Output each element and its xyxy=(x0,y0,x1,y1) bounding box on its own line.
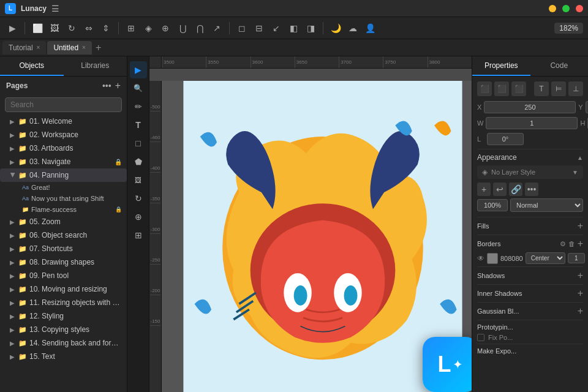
add-blur-button[interactable]: + xyxy=(578,306,583,317)
minimize-button[interactable] xyxy=(549,5,556,12)
list-item[interactable]: ▶ 📁 11. Resizing objects with keys xyxy=(0,296,127,309)
fix-position-row: Fix Po... xyxy=(477,334,583,341)
gaussian-blur-section: Gaussian Bl... + xyxy=(477,302,583,320)
zoom-level[interactable]: 182% xyxy=(554,23,583,34)
list-item[interactable]: ▶ 📁 09. Pen tool xyxy=(0,269,127,282)
list-item[interactable]: ▶ 📁 04. Panning xyxy=(0,168,127,182)
list-item[interactable]: ▶ 📁 08. Drawing shapes xyxy=(0,255,127,269)
toolbar-cloud[interactable]: ☁ xyxy=(345,21,360,36)
blend-mode-select[interactable]: Normal Multiply Screen Overlay xyxy=(510,198,583,212)
toolbar-dark[interactable]: 🌙 xyxy=(328,21,343,36)
tab-tutorial[interactable]: Tutorial × xyxy=(2,41,46,55)
x-input[interactable] xyxy=(484,101,576,113)
hamburger-icon[interactable]: ☰ xyxy=(51,4,59,13)
toolbar-grid[interactable]: ⊞ xyxy=(124,21,138,36)
pen-tool-button[interactable]: ✏ xyxy=(130,98,147,115)
toolbar-send[interactable]: ↗ xyxy=(209,21,224,36)
align-right-button[interactable]: ⬛ xyxy=(511,81,526,96)
toolbar-component[interactable]: ◈ xyxy=(141,21,156,36)
list-item[interactable]: ▶ 📁 03. Navigate 🔒 xyxy=(0,155,127,168)
list-item[interactable]: ▶ 📁 02. Workspace xyxy=(0,128,127,141)
toolbar-lib4[interactable]: ◧ xyxy=(286,21,301,36)
toolbar-flip-v[interactable]: ⇕ xyxy=(99,21,113,36)
add-shadow-button[interactable]: + xyxy=(578,270,583,281)
component-tool-button[interactable]: ⊕ xyxy=(130,208,147,225)
undo-style-button[interactable]: ↩ xyxy=(493,183,507,196)
list-item[interactable]: ▶ 📁 07. Shortcuts xyxy=(0,242,127,255)
select-tool-button[interactable]: ▶ xyxy=(130,61,147,78)
tab-properties[interactable]: Properties xyxy=(472,56,530,76)
list-item[interactable]: 📁 Flame-success 🔒 xyxy=(0,204,127,215)
image-tool-button[interactable]: 🖼 xyxy=(130,172,147,189)
list-item[interactable]: ▶ 📁 05. Zoom xyxy=(0,215,127,228)
maximize-button[interactable] xyxy=(562,5,570,12)
grid-tool-button[interactable]: ⊞ xyxy=(130,227,147,244)
rectangle-tool-button[interactable]: □ xyxy=(130,135,147,152)
tab-code[interactable]: Code xyxy=(530,56,589,76)
toolbar-lib5[interactable]: ◨ xyxy=(303,21,318,36)
search-input[interactable] xyxy=(5,97,122,112)
align-center-h-button[interactable]: ⬛ xyxy=(494,81,509,96)
toolbar-subtract[interactable]: ⋂ xyxy=(192,21,207,36)
rotation-input[interactable] xyxy=(487,133,524,145)
align-left-button[interactable]: ⬛ xyxy=(477,81,492,96)
align-top-button[interactable]: T xyxy=(534,81,549,96)
list-item[interactable]: ▶ 📁 15. Text xyxy=(0,350,127,363)
list-item[interactable]: ▶ 📁 10. Moving and resizing xyxy=(0,282,127,296)
more-style-button[interactable]: ••• xyxy=(525,183,538,196)
tab-add-button[interactable]: + xyxy=(93,42,104,53)
tab-untitled[interactable]: Untitled × xyxy=(47,41,92,55)
toolbar-union[interactable]: ⋃ xyxy=(175,21,190,36)
list-item[interactable]: Aa Now you that using Shift xyxy=(0,193,127,204)
list-item[interactable]: ▶ 📁 12. Styling xyxy=(0,309,127,323)
pages-add-button[interactable]: + xyxy=(115,80,121,91)
opacity-input[interactable] xyxy=(477,199,508,211)
layer-style-row[interactable]: ◈ No Layer Style ▼ xyxy=(477,165,583,179)
add-inner-shadow-button[interactable]: + xyxy=(578,288,583,299)
w-input[interactable] xyxy=(486,117,578,129)
align-center-v-button[interactable]: ⊨ xyxy=(551,81,566,96)
toolbar-rotate[interactable]: ↻ xyxy=(64,21,79,36)
link-style-button[interactable]: 🔗 xyxy=(509,183,522,196)
add-style-button[interactable]: + xyxy=(477,183,491,196)
list-item[interactable]: Aa Great! xyxy=(0,182,127,193)
toolbar-image[interactable]: 🖼 xyxy=(47,21,62,36)
toolbar-frame[interactable]: ⬜ xyxy=(30,21,45,36)
toolbar-flip-h[interactable]: ⇔ xyxy=(81,21,96,36)
tab-tutorial-close[interactable]: × xyxy=(37,44,40,51)
border-visibility-icon[interactable]: 👁 xyxy=(477,254,484,263)
toolbar-user[interactable]: 👤 xyxy=(363,21,377,36)
tab-untitled-close[interactable]: × xyxy=(82,44,86,51)
border-width-input[interactable] xyxy=(568,253,585,263)
add-border-button[interactable]: + xyxy=(578,238,583,249)
border-settings-icon[interactable]: ⚙ xyxy=(560,240,566,248)
fix-position-checkbox[interactable] xyxy=(477,334,484,341)
rotate-tool-button[interactable]: ↻ xyxy=(130,190,147,207)
text-tool-button[interactable]: T xyxy=(130,116,147,134)
shape-tool-button[interactable]: ⬟ xyxy=(130,153,147,170)
toolbar-lib3[interactable]: ↙ xyxy=(269,21,284,36)
sidebar-tab-libraries[interactable]: Libraries xyxy=(64,56,127,76)
border-color-swatch[interactable] xyxy=(487,253,498,264)
add-fill-button[interactable]: + xyxy=(578,221,583,232)
list-item[interactable]: ▶ 📁 06. Object search xyxy=(0,228,127,242)
toolbar-select[interactable]: ▶ xyxy=(5,21,20,36)
appearance-collapse[interactable]: ▲ xyxy=(577,154,583,161)
canvas-content[interactable]: L ✦ xyxy=(162,81,472,392)
list-item[interactable]: ▶ 📁 13. Copying styles xyxy=(0,323,127,336)
sidebar-tab-objects[interactable]: Objects xyxy=(0,56,64,76)
pages-more-button[interactable]: ••• xyxy=(102,81,111,91)
list-item[interactable]: ▶ 📁 03. Artboards xyxy=(0,141,127,155)
list-item[interactable]: ▶ 📁 14. Sending back and forward xyxy=(0,336,127,350)
border-delete-icon[interactable]: 🗑 xyxy=(568,240,575,247)
toolbar-lib2[interactable]: ⊟ xyxy=(252,21,266,36)
toolbar-lib1[interactable]: ◻ xyxy=(235,21,249,36)
list-item[interactable]: ▶ 📁 01. Welcome xyxy=(0,115,127,128)
border-position-select[interactable]: Center Inside Outside xyxy=(526,252,565,264)
close-button[interactable] xyxy=(576,5,583,12)
y-input[interactable] xyxy=(586,101,588,113)
zoom-tool-button[interactable]: 🔍 xyxy=(130,80,147,97)
toolbar-mask[interactable]: ⊕ xyxy=(158,21,173,36)
canvas-area[interactable]: 3500 3550 3600 3650 3700 3750 3800 -500 … xyxy=(149,56,472,392)
align-bottom-button[interactable]: ⊥ xyxy=(568,81,583,96)
